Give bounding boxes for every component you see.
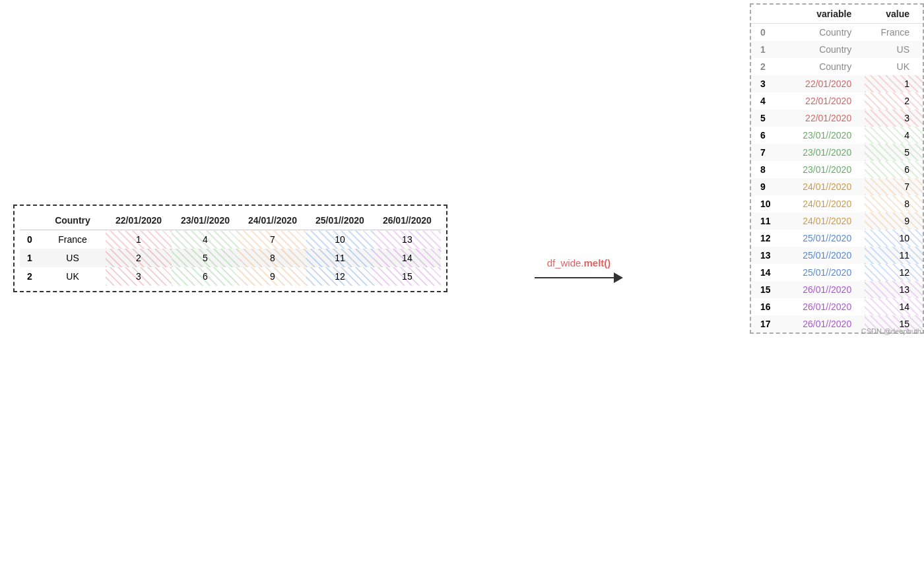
cell-value: 14 — [865, 298, 923, 315]
cell-value: 3 — [865, 110, 923, 127]
cell-variable: 23/01//2020 — [786, 161, 865, 178]
left-section: Country 22/01/2020 23/01//2020 24/01//20… — [13, 205, 447, 295]
arrow-line — [535, 272, 623, 283]
cell-value: 11 — [865, 247, 923, 264]
cell-value: 12 — [865, 264, 923, 281]
cell-val: 15 — [374, 267, 441, 286]
row-idx: 17 — [751, 315, 786, 332]
table-row: 13 25/01//2020 11 — [751, 247, 923, 264]
cell-country: US — [40, 249, 106, 267]
cell-value: 7 — [865, 178, 923, 195]
right-th-value: value — [865, 5, 923, 24]
cell-val: 1 — [106, 230, 172, 249]
cell-value: 6 — [865, 161, 923, 178]
right-th-idx — [751, 5, 786, 24]
table-row: 1 US 2 5 8 11 14 — [20, 249, 441, 267]
left-th-country: Country — [40, 211, 106, 230]
right-table: variable value 0 Country France 1 Countr… — [751, 5, 923, 332]
cell-variable: 26/01//2020 — [786, 298, 865, 315]
melt-label: df_wide.melt() — [547, 257, 611, 269]
cell-value: UK — [865, 58, 923, 75]
cell-variable: Country — [786, 24, 865, 42]
cell-variable: 22/01/2020 — [786, 75, 865, 92]
cell-variable: 24/01//2020 — [786, 195, 865, 212]
cell-variable: 25/01//2020 — [786, 264, 865, 281]
row-idx: 2 — [20, 267, 40, 286]
left-th-date5: 26/01//2020 — [374, 211, 441, 230]
table-row: 0 Country France — [751, 24, 923, 42]
cell-variable: 25/01//2020 — [786, 247, 865, 264]
row-idx: 1 — [20, 249, 40, 267]
cell-value: 4 — [865, 127, 923, 144]
left-table: Country 22/01/2020 23/01//2020 24/01//20… — [20, 211, 441, 286]
cell-val: 11 — [306, 249, 374, 267]
left-th-idx — [20, 211, 40, 230]
table-row: 16 26/01//2020 14 — [751, 298, 923, 315]
arrow-section: df_wide.melt() — [535, 257, 623, 283]
row-idx: 13 — [751, 247, 786, 264]
row-idx: 14 — [751, 264, 786, 281]
table-row: 2 Country UK — [751, 58, 923, 75]
cell-variable: 22/01/2020 — [786, 92, 865, 110]
row-idx: 6 — [751, 127, 786, 144]
cell-variable: 26/01//2020 — [786, 281, 865, 298]
cell-val: 3 — [106, 267, 172, 286]
table-row: 3 22/01/2020 1 — [751, 75, 923, 92]
cell-value: France — [865, 24, 923, 42]
table-row: 9 24/01//2020 7 — [751, 178, 923, 195]
table-row: 1 Country US — [751, 41, 923, 58]
left-table-wrapper: Country 22/01/2020 23/01//2020 24/01//20… — [13, 205, 447, 292]
row-idx: 2 — [751, 58, 786, 75]
cell-val: 2 — [106, 249, 172, 267]
cell-val: 14 — [374, 249, 441, 267]
cell-value: 2 — [865, 92, 923, 110]
row-idx: 12 — [751, 230, 786, 247]
row-idx: 7 — [751, 144, 786, 161]
cell-variable: 25/01//2020 — [786, 230, 865, 247]
table-row: 15 26/01//2020 13 — [751, 281, 923, 298]
melt-method: melt() — [584, 257, 611, 269]
arrow-shaft — [535, 277, 614, 278]
left-th-date4: 25/01//2020 — [306, 211, 374, 230]
cell-val: 13 — [374, 230, 441, 249]
row-idx: 5 — [751, 110, 786, 127]
cell-value: 1 — [865, 75, 923, 92]
table-row: 8 23/01//2020 6 — [751, 161, 923, 178]
cell-variable: 24/01//2020 — [786, 178, 865, 195]
cell-value: 8 — [865, 195, 923, 212]
cell-variable: Country — [786, 58, 865, 75]
cell-variable: 23/01//2020 — [786, 127, 865, 144]
cell-value: 13 — [865, 281, 923, 298]
left-th-date2: 23/01//2020 — [172, 211, 239, 230]
cell-variable: 22/01/2020 — [786, 110, 865, 127]
melt-prefix: df_wide. — [547, 257, 584, 269]
main-container: Country 22/01/2020 23/01//2020 24/01//20… — [0, 0, 924, 570]
cell-value: 5 — [865, 144, 923, 161]
cell-value: 9 — [865, 212, 923, 230]
table-row: 0 France 1 4 7 10 13 — [20, 230, 441, 249]
cell-variable: 24/01//2020 — [786, 212, 865, 230]
row-idx: 10 — [751, 195, 786, 212]
row-idx: 1 — [751, 41, 786, 58]
row-idx: 8 — [751, 161, 786, 178]
row-idx: 11 — [751, 212, 786, 230]
table-row: 4 22/01/2020 2 — [751, 92, 923, 110]
cell-value: US — [865, 41, 923, 58]
cell-value: 10 — [865, 230, 923, 247]
cell-variable: 26/01//2020 — [786, 315, 865, 332]
right-section: variable value 0 Country France 1 Countr… — [750, 3, 924, 336]
right-th-variable: variable — [786, 5, 865, 24]
table-row: 7 23/01//2020 5 — [751, 144, 923, 161]
table-row: 10 24/01//2020 8 — [751, 195, 923, 212]
table-row: 12 25/01//2020 10 — [751, 230, 923, 247]
row-idx: 3 — [751, 75, 786, 92]
arrow-head — [614, 272, 623, 283]
row-idx: 9 — [751, 178, 786, 195]
cell-val: 6 — [172, 267, 239, 286]
cell-val: 10 — [306, 230, 374, 249]
left-th-date1: 22/01/2020 — [106, 211, 172, 230]
table-row: 5 22/01/2020 3 — [751, 110, 923, 127]
row-idx: 16 — [751, 298, 786, 315]
row-idx: 4 — [751, 92, 786, 110]
row-idx: 15 — [751, 281, 786, 298]
